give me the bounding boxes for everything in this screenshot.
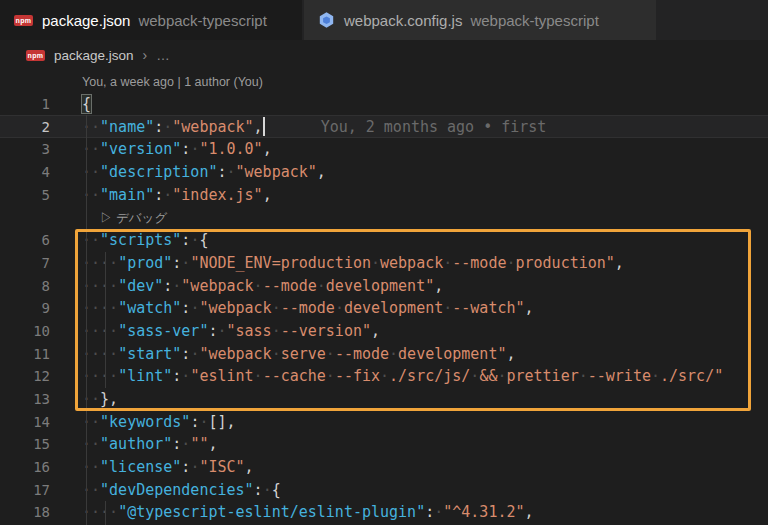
line-number[interactable]: 10	[0, 323, 50, 339]
code-token: ,	[254, 118, 263, 136]
code-line[interactable]: 14··"keywords":·[],	[0, 410, 768, 433]
line-content: ····"sass-ver":·"sass·--version",	[50, 322, 768, 340]
whitespace-dot: ·	[100, 322, 109, 340]
chevron-right-icon: ›	[143, 47, 148, 63]
code-line[interactable]: 3··"version":·"1.0.0",	[0, 138, 768, 161]
whitespace-dot: ·	[497, 367, 506, 385]
code-line[interactable]: 12····"lint":·"eslint·--cache·--fix·./sr…	[0, 365, 768, 388]
code-line[interactable]: 1{	[0, 93, 768, 116]
line-number[interactable]: 13	[0, 391, 50, 407]
breadcrumb: npm package.json › …	[0, 40, 768, 70]
whitespace-dot: ·	[100, 254, 109, 272]
code-token: "^4.31.2"	[443, 503, 524, 521]
code-line[interactable]: 9····"watch":·"webpack·--mode·developmen…	[0, 297, 768, 320]
git-blame-annotation: You, 2 months ago • first	[321, 118, 547, 136]
line-number[interactable]: 6	[0, 232, 50, 248]
codelens-row[interactable]: You, a week ago | 1 author (You)	[0, 70, 768, 93]
code-token: "prod"	[118, 254, 172, 272]
line-number[interactable]: 4	[0, 164, 50, 180]
whitespace-dot: ·	[91, 231, 100, 249]
whitespace-dot: ·	[91, 458, 100, 476]
code-token: "main"	[100, 186, 154, 204]
code-line[interactable]: 13··},	[0, 388, 768, 411]
code-token: :·	[172, 254, 190, 272]
whitespace-dot: ·	[272, 345, 281, 363]
whitespace-dot: ·	[443, 254, 452, 272]
code-token: ····	[82, 322, 118, 340]
code-token: "1.0.0"	[199, 140, 262, 158]
code-line[interactable]: 6··"scripts":·{	[0, 229, 768, 252]
whitespace-dot: ·	[470, 367, 479, 385]
code-line[interactable]: 16··"license":·"ISC",	[0, 456, 768, 479]
npm-icon: npm	[26, 50, 45, 61]
editor-code-area[interactable]: You, a week ago | 1 author (You)1{2··"na…	[0, 70, 768, 524]
code-line[interactable]: 4··"description":·"webpack",	[0, 161, 768, 184]
line-content: ····"watch":·"webpack·--mode·development…	[50, 299, 768, 317]
code-token: "webpack·serve·--mode·development"	[199, 345, 506, 363]
code-token: ,	[263, 186, 272, 204]
line-content: ··},	[50, 390, 768, 408]
codelens-row[interactable]: ▷ デバッグ	[0, 206, 768, 229]
whitespace-dot: ·	[82, 254, 91, 272]
whitespace-dot: ·	[82, 277, 91, 295]
line-number[interactable]: 9	[0, 300, 50, 316]
code-token: ,	[506, 345, 515, 363]
code-token: ····	[82, 367, 118, 385]
code-line[interactable]: 18····"@typescript-eslint/eslint-plugin"…	[0, 501, 768, 524]
line-number[interactable]: 5	[0, 187, 50, 203]
line-number[interactable]: 1	[0, 96, 50, 112]
code-line[interactable]: 7····"prod":·"NODE_ENV=production·webpac…	[0, 252, 768, 275]
line-content: ··"author":·"",	[50, 435, 768, 453]
whitespace-dot: ·	[371, 254, 380, 272]
whitespace-dot: ·	[91, 322, 100, 340]
breadcrumb-item-ellipsis[interactable]: …	[156, 48, 170, 63]
line-number[interactable]: 17	[0, 482, 50, 498]
webpack-icon	[318, 11, 335, 29]
code-token: ··	[82, 231, 100, 249]
line-number[interactable]: 12	[0, 368, 50, 384]
code-line[interactable]: 10····"sass-ver":·"sass·--version",	[0, 320, 768, 343]
tab-webpack-config[interactable]: webpack.config.js webpack-typescript	[304, 0, 656, 40]
whitespace-dot: ·	[109, 277, 118, 295]
tab-project-name: webpack-typescript	[470, 12, 598, 29]
code-token: ····	[82, 299, 118, 317]
code-line[interactable]: 2··"name":·"webpack",You, 2 months ago •…	[0, 115, 768, 138]
code-token: ··	[82, 435, 100, 453]
code-line[interactable]: 5··"main":·"index.js",	[0, 183, 768, 206]
breadcrumb-item-file[interactable]: package.json	[54, 48, 134, 63]
line-number[interactable]: 14	[0, 414, 50, 430]
whitespace-dot: ·	[91, 503, 100, 521]
line-content: ····"lint":·"eslint·--cache·--fix·./src/…	[50, 367, 768, 385]
line-content: ····"prod":·"NODE_ENV=production·webpack…	[50, 254, 768, 272]
line-content: You, a week ago | 1 author (You)	[50, 72, 768, 90]
code-line[interactable]: 11····"start":·"webpack·serve·--mode·dev…	[0, 342, 768, 365]
whitespace-dot: ·	[91, 140, 100, 158]
line-number[interactable]: 18	[0, 504, 50, 520]
play-icon: ▷	[100, 211, 116, 225]
code-line[interactable]: 8····"dev":·"webpack·--mode·development"…	[0, 274, 768, 297]
debug-codelens-link[interactable]: ▷ デバッグ	[100, 211, 167, 225]
line-number[interactable]: 2	[0, 119, 50, 135]
code-line[interactable]: 17··"devDependencies":·{	[0, 478, 768, 501]
whitespace-dot: ·	[199, 413, 208, 431]
tab-package-json[interactable]: npm package.json webpack-typescript	[0, 0, 302, 40]
code-token: ··	[82, 481, 100, 499]
whitespace-dot: ·	[82, 367, 91, 385]
code-token: ··	[82, 186, 100, 204]
whitespace-dot: ·	[82, 435, 91, 453]
line-number[interactable]: 15	[0, 436, 50, 452]
code-token: :·	[154, 186, 172, 204]
line-number[interactable]: 16	[0, 459, 50, 475]
line-number[interactable]: 3	[0, 141, 50, 157]
vscode-window: npm package.json webpack-typescript webp…	[0, 0, 768, 525]
whitespace-dot: ·	[163, 186, 172, 204]
line-number[interactable]: 7	[0, 255, 50, 271]
whitespace-dot: ·	[317, 277, 326, 295]
codelens-label[interactable]: You, a week ago | 1 author (You)	[82, 75, 263, 89]
whitespace-dot: ·	[109, 503, 118, 521]
code-token: "@typescript-eslint/eslint-plugin"	[118, 503, 425, 521]
line-number[interactable]: 11	[0, 346, 50, 362]
code-line[interactable]: 15··"author":·"",	[0, 433, 768, 456]
whitespace-dot: ·	[272, 299, 281, 317]
line-number[interactable]: 8	[0, 278, 50, 294]
